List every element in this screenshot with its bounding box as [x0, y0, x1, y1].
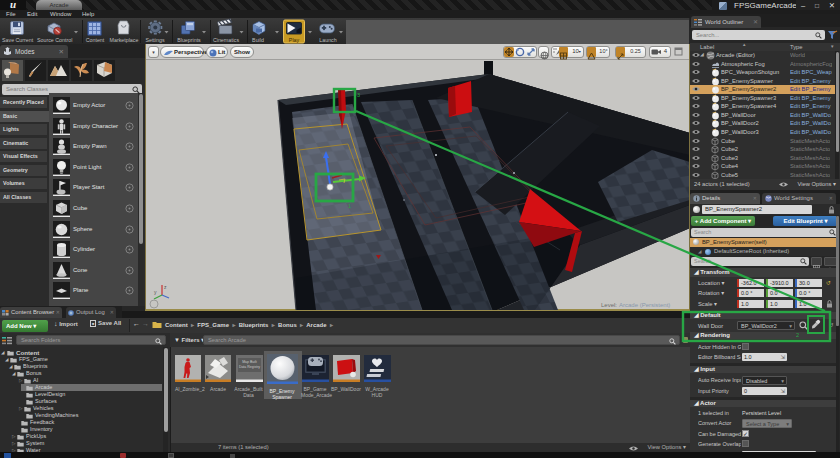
svg-text:z: z: [164, 284, 167, 290]
svg-text:y: y: [154, 289, 157, 295]
